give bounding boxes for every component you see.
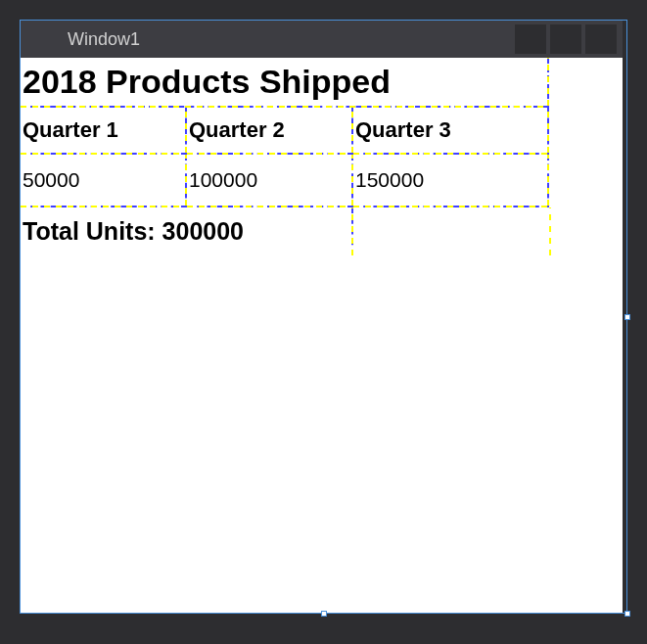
resize-handle-bottom-icon[interactable] [321, 611, 327, 617]
column-header-cell[interactable]: Quarter 2 [187, 108, 353, 155]
window-title: Window1 [68, 29, 140, 50]
page-heading: 2018 Products Shipped [23, 62, 545, 102]
window: Window1 2018 Products Shipped Quarter 1 … [21, 21, 623, 613]
column-header: Quarter 1 [23, 112, 183, 149]
window-controls [515, 24, 617, 54]
resize-handle-right-icon[interactable] [624, 314, 630, 320]
value-cell[interactable]: 100000 [187, 155, 353, 207]
designer-selection[interactable]: Window1 2018 Products Shipped Quarter 1 … [20, 20, 627, 614]
empty-cell[interactable] [353, 207, 549, 255]
maximize-button[interactable] [550, 24, 581, 54]
total-label: Total Units: 300000 [23, 211, 349, 252]
resize-handle-corner-icon[interactable] [624, 611, 630, 617]
window-titlebar[interactable]: Window1 [21, 21, 623, 58]
cell-value: 100000 [189, 159, 349, 202]
value-cell[interactable]: 150000 [353, 155, 549, 207]
column-header-cell[interactable]: Quarter 3 [353, 108, 549, 155]
close-button[interactable] [585, 24, 617, 54]
heading-cell[interactable]: 2018 Products Shipped [21, 58, 549, 108]
total-cell[interactable]: Total Units: 300000 [21, 207, 353, 255]
cell-value: 150000 [355, 159, 545, 202]
column-header-cell[interactable]: Quarter 1 [21, 108, 187, 155]
window-content: 2018 Products Shipped Quarter 1 Quarter … [21, 58, 623, 613]
layout-grid: 2018 Products Shipped Quarter 1 Quarter … [21, 58, 623, 255]
value-cell[interactable]: 50000 [21, 155, 187, 207]
column-header: Quarter 2 [189, 112, 349, 149]
cell-value: 50000 [23, 159, 183, 202]
minimize-button[interactable] [515, 24, 546, 54]
column-header: Quarter 3 [355, 112, 545, 149]
